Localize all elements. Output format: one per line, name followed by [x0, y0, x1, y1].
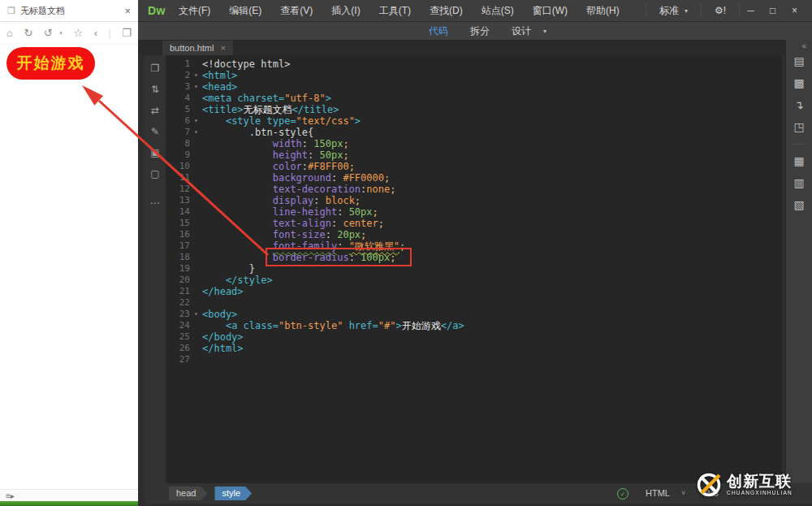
code-text[interactable]: width: 150px; [202, 138, 349, 149]
fold-arrow-icon[interactable]: ▾ [190, 81, 202, 93]
start-game-button[interactable]: 开始游戏 [6, 47, 95, 80]
workspace-switcher[interactable]: 标准 ▾ [646, 4, 702, 17]
code-text[interactable]: color:#F8FF00; [202, 161, 355, 172]
tag-chip-style[interactable]: style [214, 487, 252, 500]
menu-bar-right: 标准 ▾ ⚙! ─ □ × [646, 4, 806, 17]
code-text[interactable]: text-decoration:none; [202, 184, 395, 195]
menu-help[interactable]: 帮助(H) [586, 4, 620, 18]
home-icon[interactable]: ⌂ [6, 28, 13, 38]
fold-gutter [190, 286, 202, 297]
fold-arrow-icon[interactable]: ▾ [190, 127, 202, 138]
menu-file[interactable]: 文件(F) [179, 4, 210, 18]
view-mode-code[interactable]: 代码 [429, 24, 448, 38]
fold-arrow-icon[interactable]: ▾ [190, 115, 202, 127]
code-text[interactable]: <a class="btn-style" href="#">开始游戏</a> [202, 320, 464, 331]
code-text[interactable]: </style> [202, 275, 273, 286]
maximize-button[interactable]: □ [762, 5, 784, 16]
code-line: 5<title>无标题文档</title> [166, 104, 782, 115]
minimize-button[interactable]: ─ [740, 5, 762, 16]
tag-chip-head[interactable]: head [169, 487, 207, 500]
apply-comment-icon[interactable]: ▣ [150, 148, 159, 158]
open-documents-icon[interactable]: ❐ [151, 63, 160, 73]
expand-all-icon[interactable]: ⇄ [151, 106, 159, 115]
browser-tab-close-icon[interactable]: × [124, 6, 131, 16]
format-source-icon[interactable]: ⇅ [151, 84, 159, 94]
workspace-label: 标准 [659, 4, 679, 18]
remove-comment-icon[interactable]: ▢ [150, 169, 159, 179]
document-tab[interactable]: button.html × [162, 41, 233, 55]
view-mode-design[interactable]: 设计 [512, 24, 531, 38]
code-text[interactable]: </head> [202, 286, 244, 297]
page-icon[interactable]: ❐ [122, 28, 132, 38]
css-designer-panel-icon[interactable]: ◳ [793, 121, 804, 145]
menu-view[interactable]: 查看(V) [280, 4, 313, 18]
bookmark-star-icon[interactable]: ☆ [73, 28, 83, 38]
view-mode-split[interactable]: 拆分 [470, 24, 490, 38]
menu-edit[interactable]: 编辑(E) [229, 4, 261, 18]
code-text[interactable]: height: 50px; [202, 149, 349, 161]
code-line: 1<!doctype html> [166, 58, 782, 70]
code-text[interactable]: <body> [202, 309, 237, 320]
fold-gutter [190, 104, 202, 115]
fold-gutter [190, 218, 202, 229]
sync-settings-icon[interactable]: ⚙! [702, 4, 740, 17]
menu-find[interactable]: 查找(D) [430, 4, 463, 18]
code-text[interactable]: <title>无标题文档</title> [202, 104, 339, 115]
fold-arrow-icon[interactable]: ▾ [190, 309, 202, 320]
doc-type-dropdown[interactable]: HTML ˅ [646, 488, 685, 498]
collapse-panels-icon[interactable]: « [801, 40, 812, 50]
code-text[interactable]: background: #FF0000; [202, 172, 390, 184]
back-icon[interactable]: ‹ [94, 28, 97, 38]
code-text[interactable]: <meta charset="utf-8"> [202, 93, 331, 104]
fold-gutter [190, 161, 202, 172]
code-line: 15 text-align: center; [166, 218, 782, 229]
undo-caret-icon[interactable]: ▾ [59, 30, 63, 36]
lint-icon[interactable]: ✎ [151, 127, 159, 136]
insert-panel-icon[interactable]: ↴ [794, 99, 804, 110]
dom-panel-icon[interactable]: ▦ [793, 155, 804, 167]
refresh-icon[interactable]: ↻ [24, 28, 32, 38]
cc-libraries-panel-icon[interactable]: ▥ [793, 177, 804, 188]
code-text[interactable]: <!doctype html> [202, 58, 290, 70]
chevron-down-icon[interactable]: ▾ [543, 28, 546, 35]
dreamweaver-window: Dw 文件(F)编辑(E)查看(V)插入(I)工具(T)查找(D)站点(S)窗口… [138, 0, 812, 506]
fold-arrow-icon[interactable]: ▾ [190, 70, 202, 81]
files-panel-icon[interactable]: ▤ [793, 55, 804, 67]
code-text[interactable]: text-align: center; [202, 218, 384, 229]
undo-icon[interactable]: ↺ [44, 28, 53, 38]
code-editor[interactable]: 1<!doctype html>2▾<html>3▾<head>4<meta c… [166, 55, 782, 483]
code-text[interactable]: .btn-style{ [202, 127, 313, 138]
code-text[interactable]: </html> [202, 343, 244, 354]
snippets-panel-icon[interactable]: ▧ [793, 199, 804, 210]
fold-gutter [190, 138, 202, 149]
fold-gutter [190, 195, 202, 206]
fold-gutter [190, 58, 202, 70]
fold-gutter [190, 184, 202, 195]
dw-menu-bar: Dw 文件(F)编辑(E)查看(V)插入(I)工具(T)查找(D)站点(S)窗口… [138, 0, 812, 22]
assets-panel-icon[interactable]: ▩ [793, 77, 804, 89]
tab-close-icon[interactable]: × [220, 43, 225, 53]
menu-insert[interactable]: 插入(I) [331, 4, 360, 18]
code-text[interactable]: } [202, 263, 255, 275]
more-options-icon[interactable]: ⋯ [150, 198, 161, 208]
code-line: 4<meta charset="utf-8"> [166, 93, 782, 104]
code-line: 17 font-family: "微软雅黑"; [166, 240, 782, 252]
code-text[interactable]: </body> [202, 331, 244, 343]
code-text[interactable]: <html> [202, 70, 237, 81]
list-menu-icon[interactable]: ≡▸ [6, 491, 15, 500]
code-text[interactable]: font-size: 20px; [202, 229, 366, 240]
menu-tools[interactable]: 工具(T) [379, 4, 411, 18]
dw-logo[interactable]: Dw [148, 4, 166, 17]
annotation-highlight-box [266, 248, 412, 266]
code-line: 9 height: 50px; [166, 149, 782, 161]
code-text[interactable]: <style type="text/css"> [202, 115, 361, 127]
menu-window[interactable]: 窗口(W) [533, 4, 568, 18]
menu-site[interactable]: 站点(S) [482, 4, 514, 18]
close-button[interactable]: × [784, 5, 806, 16]
code-text[interactable]: line-height: 50px; [202, 206, 378, 218]
watermark-title: 创新互联 [727, 474, 793, 489]
code-text[interactable]: display: block; [202, 195, 361, 206]
code-line: 23▾<body> [166, 309, 782, 320]
code-text[interactable]: <head> [202, 81, 237, 93]
coding-toolbar: ❐⇅⇄✎▣▢⋯ [145, 55, 166, 483]
